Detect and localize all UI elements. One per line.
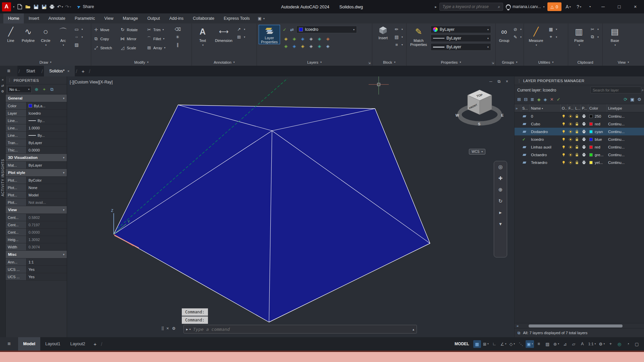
match-layer-tool[interactable]: ⇄ xyxy=(289,27,295,32)
ortho-toggle[interactable]: ∟ xyxy=(491,340,498,348)
explode-tool[interactable]: ✳ xyxy=(175,34,180,40)
layer-lock-icon[interactable] xyxy=(574,114,581,118)
command-input[interactable] xyxy=(193,327,410,332)
clean-screen-toggle[interactable]: ▢ xyxy=(633,340,641,348)
paste-button[interactable]: ▥ Paste▾ xyxy=(570,25,588,47)
rectangle-tool[interactable]: ▭▾ xyxy=(74,26,83,32)
create-block-tool[interactable]: ▤▾ xyxy=(394,34,403,40)
osnap-toggle[interactable]: ▣▾ xyxy=(526,340,534,348)
new-file-icon[interactable] xyxy=(16,2,24,11)
maximize-button[interactable]: □ xyxy=(612,0,626,13)
layer-name[interactable]: 0 xyxy=(530,114,561,118)
view-panel-label[interactable]: View▾ xyxy=(603,59,644,66)
layer-unisolate-tool[interactable]: ◈ xyxy=(284,44,288,49)
layer-search-icon[interactable]: ⌕ xyxy=(642,88,644,92)
close-palette-icon[interactable]: × xyxy=(2,78,4,82)
layer-table-hscrollbar[interactable]: » xyxy=(515,323,644,328)
app-menu-arrow-icon[interactable]: ▾ xyxy=(13,5,14,8)
selection-cycling-toggle[interactable]: ⊚▾ xyxy=(552,340,560,348)
layer-color-cell[interactable]: cyan xyxy=(588,130,607,134)
refresh-button[interactable]: ⟳ xyxy=(624,97,627,102)
ribbon-tab-insert[interactable]: Insert xyxy=(24,13,44,23)
drawing-canvas[interactable]: Z Y W S E TOP xyxy=(67,76,514,337)
property-value[interactable]: 0.7197 xyxy=(26,221,67,229)
layers-filter-icon[interactable]: ⧉ xyxy=(518,331,520,335)
ribbon-tab-annotate[interactable]: Annotate xyxy=(44,13,70,23)
property-value[interactable]: By... xyxy=(26,117,67,124)
col-status[interactable]: S... xyxy=(521,104,530,112)
col-color[interactable]: Color xyxy=(588,104,607,112)
layer-lock-tool[interactable]: ◈ xyxy=(310,36,313,41)
layer-linetype-cell[interactable]: Continu... xyxy=(607,114,644,118)
property-value[interactable]: 0.0000 xyxy=(26,229,67,236)
ungroup-tool[interactable]: ⊘▾ xyxy=(513,26,522,32)
layer-on-all-tool[interactable]: ◈ xyxy=(318,36,321,41)
layer-row-icoedro[interactable]: ✓IcoedroblueContinu... xyxy=(515,135,644,143)
layer-on-icon[interactable] xyxy=(561,137,568,141)
layer-freeze-icon[interactable] xyxy=(568,161,574,165)
col-name[interactable]: Name▴ xyxy=(530,104,561,112)
autohide-icon[interactable]: ⇄ xyxy=(1,84,4,87)
col-lock[interactable]: L... xyxy=(574,104,581,112)
property-value[interactable]: Yes xyxy=(26,266,67,273)
groups-panel-label[interactable]: Groups▾ xyxy=(496,59,524,66)
dropdown-arrow-icon[interactable]: ▾ xyxy=(62,5,63,8)
layer-plot-icon[interactable] xyxy=(581,137,588,141)
autodesk-apps-icon[interactable]: A▾ xyxy=(564,2,572,11)
osnap-tracking-toggle[interactable]: ⋱ xyxy=(517,340,525,348)
activity-insights-tab[interactable]: ACTIVITY INSIGHTS xyxy=(1,159,5,196)
layer-merge-tool[interactable]: ◈ xyxy=(318,44,321,49)
new-property-filter-button[interactable]: ⊞ xyxy=(517,97,521,102)
layer-color-cell[interactable]: red xyxy=(588,122,607,126)
selection-filter-combo[interactable]: No s...▾ xyxy=(7,86,32,93)
modify-tool-stretch[interactable]: ⤢Stretch xyxy=(93,45,120,51)
layer-isolate-tool[interactable]: ◈ xyxy=(293,36,296,41)
text-tool-button[interactable]: A Text▾ xyxy=(194,25,211,47)
layout-tab-layout2[interactable]: Layout2 xyxy=(65,337,90,351)
section-header-general[interactable]: General▾ xyxy=(6,95,67,102)
modify-tool-copy[interactable]: ⧉Copy xyxy=(93,36,120,42)
ribbon-tab-manage[interactable]: Manage xyxy=(118,13,143,23)
property-value[interactable]: 1.3092 xyxy=(26,236,67,243)
collapse-section-icon[interactable]: ▾ xyxy=(63,156,64,159)
layer-linetype-cell[interactable]: Continu... xyxy=(607,122,644,126)
navbar-more-button[interactable]: ▾ xyxy=(499,221,502,227)
pan-button[interactable]: ✚ xyxy=(498,175,503,181)
layer-delete-tool[interactable]: ◈ xyxy=(326,44,330,49)
copy-clip-tool[interactable]: ⧉▾ xyxy=(590,34,599,40)
layer-name[interactable]: Octaedro xyxy=(530,153,561,157)
snap-mode-toggle[interactable]: ⊞▾ xyxy=(482,340,490,348)
modify-tool-rotate[interactable]: ↻Rotate xyxy=(120,27,146,33)
isodraft-toggle[interactable]: ◇▾ xyxy=(508,340,516,348)
draw-tool-arc[interactable]: ⌒Arc▾ xyxy=(54,25,72,47)
layer-search-input[interactable] xyxy=(593,88,640,92)
layer-color-cell[interactable]: red xyxy=(588,145,607,149)
dynamic-ucs-toggle[interactable]: ⊿ xyxy=(561,340,569,348)
viewcube[interactable]: W S E TOP FRONT xyxy=(455,90,503,126)
drawing-close-icon[interactable]: × xyxy=(506,79,508,84)
layer-name[interactable]: Icoedro xyxy=(530,137,561,141)
layer-freeze-icon[interactable] xyxy=(568,145,574,149)
undo-icon[interactable]: ↶▾ xyxy=(56,2,64,11)
utilities-panel-label[interactable]: Utilities▾ xyxy=(524,59,568,66)
command-drag-handle-icon[interactable]: ⣿ xyxy=(161,326,163,330)
edit-attributes-tool[interactable]: ✏▾ xyxy=(394,26,403,32)
layer-properties-button[interactable]: Layer Properties xyxy=(259,25,280,44)
collapse-section-icon[interactable]: ▾ xyxy=(63,208,64,212)
hatch-tool[interactable]: ▨ xyxy=(74,42,83,47)
command-line[interactable]: ▸▾ ▴ xyxy=(183,325,417,334)
hscrollbar-thumb[interactable] xyxy=(529,324,623,327)
layer-unlock-tool[interactable]: ◈ xyxy=(293,44,296,49)
drawing-minimize-icon[interactable]: ─ xyxy=(489,79,492,84)
layer-color-cell[interactable]: gre... xyxy=(588,153,607,157)
new-layer-button[interactable]: ◈ xyxy=(537,97,541,102)
layer-on-icon[interactable] xyxy=(561,114,568,118)
insert-button[interactable]: Insert xyxy=(374,25,392,40)
customize-icon[interactable]: ⚙ xyxy=(172,326,176,331)
layer-thaw-all-tool[interactable]: ◈ xyxy=(326,36,330,41)
autocad-logo-icon[interactable]: A xyxy=(2,2,11,11)
layer-on-icon[interactable] xyxy=(561,130,568,134)
layer-walk-tool[interactable]: ◈ xyxy=(301,44,305,49)
layer-freeze-icon[interactable] xyxy=(568,153,574,157)
layer-previous-tool[interactable]: ◈ xyxy=(310,44,313,49)
